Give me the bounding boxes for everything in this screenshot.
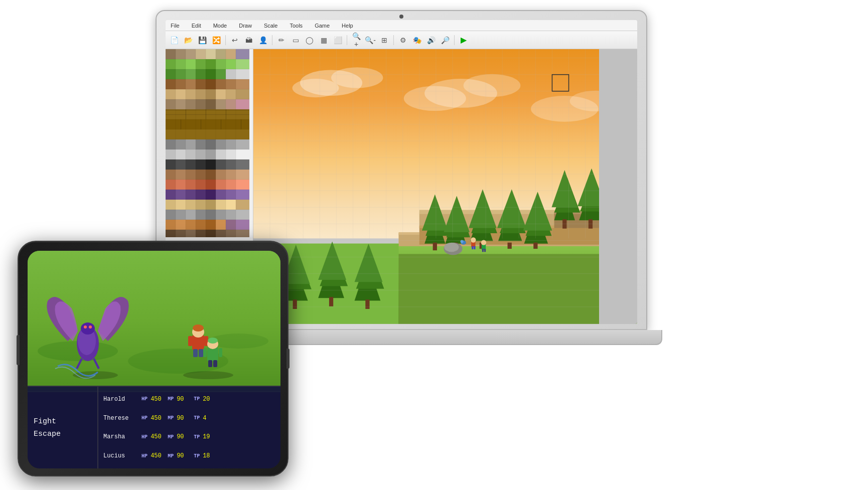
- svg-point-236: [481, 240, 486, 245]
- play-button[interactable]: ▶: [457, 34, 470, 47]
- new-button[interactable]: 📄: [168, 34, 181, 47]
- menu-draw[interactable]: Draw: [237, 22, 254, 30]
- menu-game[interactable]: Game: [313, 22, 332, 30]
- svg-rect-24: [166, 79, 176, 89]
- undo-button[interactable]: ↩: [228, 34, 241, 47]
- rect-button[interactable]: ▭: [289, 34, 302, 47]
- therese-mp-label: MP: [168, 415, 174, 421]
- save-button[interactable]: 💾: [196, 34, 209, 47]
- menu-file[interactable]: File: [169, 22, 182, 30]
- svg-rect-29: [216, 79, 226, 89]
- svg-rect-10: [186, 59, 196, 69]
- battle-ui: Fight Escape Harold HP 450 MP 90 TP: [28, 386, 280, 468]
- zoom-out-button[interactable]: 🔍-: [364, 34, 377, 47]
- svg-rect-32: [166, 89, 176, 99]
- svg-rect-203: [508, 243, 512, 249]
- svg-rect-14: [226, 59, 236, 69]
- svg-point-296: [193, 324, 204, 332]
- svg-rect-22: [226, 69, 236, 79]
- unknown-btn1[interactable]: 🔀: [210, 34, 223, 47]
- phone-body: Fight Escape Harold HP 450 MP 90 TP: [18, 241, 288, 476]
- svg-rect-133: [176, 230, 186, 237]
- zoom-in-button[interactable]: 🔍+: [350, 34, 363, 47]
- svg-rect-238: [484, 249, 486, 252]
- svg-rect-128: [206, 220, 216, 230]
- phone-volume-button[interactable]: [17, 335, 20, 365]
- zoom-reset-button[interactable]: ⊞: [378, 34, 391, 47]
- svg-rect-38: [226, 89, 236, 99]
- audio-button[interactable]: 🔊: [424, 34, 438, 47]
- marsha-hp-label: HP: [141, 434, 148, 440]
- svg-rect-56: [201, 119, 201, 129]
- svg-rect-85: [176, 170, 186, 180]
- svg-rect-0: [166, 49, 176, 59]
- character-button[interactable]: 👤: [256, 34, 269, 47]
- svg-rect-124: [166, 220, 176, 230]
- marsha-hp-value: 450: [151, 433, 165, 440]
- svg-rect-127: [196, 220, 206, 230]
- svg-rect-305: [213, 360, 217, 367]
- svg-rect-106: [226, 190, 236, 200]
- phone-screen: Fight Escape Harold HP 450 MP 90 TP: [28, 251, 280, 468]
- search-button[interactable]: 🔎: [439, 34, 452, 47]
- svg-rect-118: [186, 210, 196, 220]
- svg-rect-92: [166, 180, 176, 190]
- svg-point-232: [471, 237, 476, 242]
- tile-grid-svg: [166, 49, 249, 237]
- lucius-tp-label: TP: [194, 453, 200, 459]
- tile-grid[interactable]: [166, 49, 253, 273]
- svg-rect-86: [186, 170, 196, 180]
- svg-rect-130: [226, 220, 236, 230]
- terrain-button[interactable]: 🏔: [242, 34, 255, 47]
- menu-help[interactable]: Help: [340, 22, 355, 30]
- phone-power-button[interactable]: [286, 349, 290, 369]
- svg-rect-78: [186, 159, 196, 170]
- menu-scale[interactable]: Scale: [262, 22, 280, 30]
- fill-button[interactable]: ▦: [317, 34, 330, 47]
- svg-rect-2: [186, 49, 196, 59]
- menu-tools[interactable]: Tools: [287, 22, 305, 30]
- sep-4: [393, 35, 394, 45]
- svg-rect-117: [176, 210, 186, 220]
- settings-button[interactable]: ⚙: [396, 34, 409, 47]
- therese-tp-value: 4: [203, 415, 217, 422]
- svg-rect-9: [176, 59, 186, 69]
- svg-rect-122: [226, 210, 236, 220]
- sprite-button[interactable]: 🎭: [410, 34, 423, 47]
- pencil-button[interactable]: ✏: [275, 34, 288, 47]
- svg-rect-80: [206, 159, 216, 170]
- svg-rect-82: [226, 159, 236, 170]
- svg-rect-58: [241, 119, 241, 129]
- svg-rect-237: [482, 249, 484, 252]
- svg-rect-138: [226, 230, 236, 237]
- svg-point-290: [84, 325, 87, 329]
- svg-rect-76: [166, 159, 176, 170]
- svg-rect-60: [166, 139, 176, 149]
- menu-edit[interactable]: Edit: [190, 22, 203, 30]
- svg-rect-42: [186, 99, 196, 109]
- harold-tp-label: TP: [194, 396, 200, 402]
- svg-rect-17: [176, 69, 186, 79]
- menu-mode[interactable]: Mode: [211, 22, 229, 30]
- svg-rect-107: [236, 190, 249, 200]
- svg-rect-125: [176, 220, 186, 230]
- lucius-mp-value: 90: [177, 452, 191, 459]
- svg-rect-54: [166, 119, 249, 129]
- svg-rect-104: [206, 190, 216, 200]
- map-canvas[interactable]: [253, 49, 637, 324]
- open-button[interactable]: 📂: [182, 34, 195, 47]
- svg-rect-35: [196, 89, 206, 99]
- escape-option[interactable]: Escape: [34, 430, 91, 438]
- svg-point-167: [331, 67, 383, 88]
- svg-rect-23: [236, 69, 249, 79]
- svg-rect-50: [166, 114, 249, 115]
- svg-rect-304: [208, 360, 212, 367]
- svg-rect-64: [206, 139, 216, 149]
- circle-button[interactable]: ◯: [303, 34, 316, 47]
- fight-option[interactable]: Fight: [34, 417, 91, 426]
- svg-rect-233: [472, 246, 473, 249]
- svg-rect-27: [196, 79, 206, 89]
- svg-rect-119: [196, 210, 206, 220]
- svg-rect-134: [186, 230, 196, 237]
- eraser-button[interactable]: ⬜: [331, 34, 344, 47]
